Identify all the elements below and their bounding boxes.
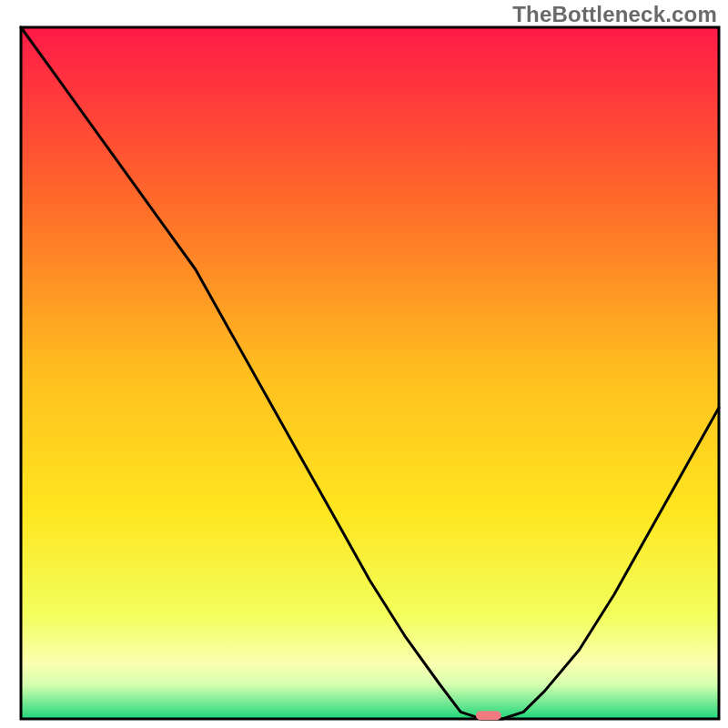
plot-background xyxy=(21,27,719,719)
selected-config-marker xyxy=(476,711,501,720)
chart-container: TheBottleneck.com xyxy=(0,0,728,728)
bottleneck-chart xyxy=(0,0,728,728)
